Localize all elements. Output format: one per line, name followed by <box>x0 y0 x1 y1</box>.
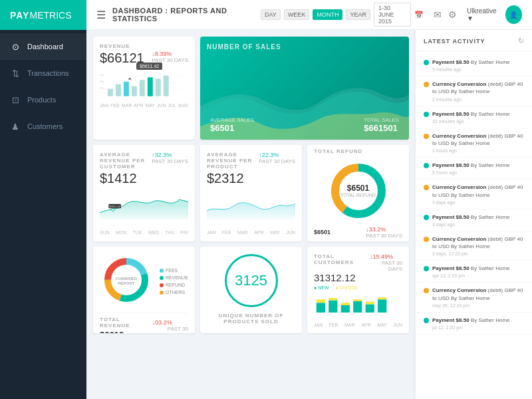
unique-products-card: 3125 UNIQUE NUMBER OF PRODUCTS SOLD <box>200 247 302 333</box>
revenue-label: REVENUE <box>100 43 188 49</box>
sidebar-logo: PAY METRICS <box>0 0 86 30</box>
header-left: ☰ DASHBOARD : REPORTS AND STATISTICS <box>96 7 261 23</box>
svg-rect-41 <box>366 302 374 305</box>
sidebar-label-customers: Customers <box>27 122 63 130</box>
refund-sublabel: TOTAL REFUND <box>340 193 376 198</box>
activity-title: LATEST ACTIVITY <box>424 38 485 45</box>
dashboard-grid: REVENUE $66121 ↓8.39% PAST 30 DAYS $6611… <box>86 30 416 399</box>
user-name[interactable]: Ulkreative ▼ <box>467 7 501 22</box>
legend-unique: ● UNIQUE <box>336 285 358 290</box>
avg-product-value: $2312 <box>207 171 295 186</box>
content-area: REVENUE $66121 ↓8.39% PAST 30 DAYS $6611… <box>86 30 532 399</box>
hamburger-button[interactable]: ☰ <box>96 9 106 21</box>
logo-metrics: METRICS <box>29 10 71 21</box>
avg-product-chart <box>207 186 295 226</box>
svg-text:50k: 50k <box>100 80 104 83</box>
sidebar-label-transactions: Transactions <box>27 69 69 77</box>
legend-revenue: REVENUE <box>160 275 188 280</box>
legend-new: ● NEW <box>314 285 329 290</box>
sales-card: NUMBER OF SALES AVERAGE SALES <box>200 37 409 140</box>
sidebar: PAY METRICS ⊙ Dashboard ⇅ Transactions ⊡… <box>0 0 86 399</box>
svg-rect-36 <box>341 305 350 313</box>
svg-point-18 <box>112 208 114 211</box>
sidebar-item-customers[interactable]: ♟ Customers <box>0 113 86 140</box>
svg-rect-37 <box>341 303 350 305</box>
combined-card: COMBINED REPORT FEES <box>93 247 195 333</box>
refund-card: TOTAL REFUND $6501 TOTAL REFUND <box>307 145 409 241</box>
refund-label: TOTAL REFUND <box>314 148 362 154</box>
total-customers-change: ↓15.49% <box>370 253 402 260</box>
revenue-x-labels: JANFEBMAR APRMAYJUN JULAUG <box>100 103 188 108</box>
legend-others: OTHERS <box>160 290 188 295</box>
header-icons: ✉ ⚙ <box>434 9 457 20</box>
svg-rect-6 <box>108 88 113 96</box>
total-customers-card: TOTAL CUSTOMERS ↓15.49% PAST 30 DAYS 313… <box>307 247 409 333</box>
sidebar-item-transactions[interactable]: ⇅ Transactions <box>0 60 86 86</box>
avg-product-label: AVERAGE REVENUE PER PRODUCT <box>207 152 255 170</box>
header-right: DAY WEEK MONTH YEAR 1-30 JUNE 2015 📅 ✉ ⚙… <box>261 3 522 27</box>
svg-text:$6611.42: $6611.42 <box>109 205 120 208</box>
combined-total-label: TOTAL REVENUE <box>100 317 152 329</box>
sales-label: NUMBER OF SALES <box>207 43 402 51</box>
avg-customer-change: ↑32.3% <box>152 152 188 158</box>
svg-rect-11 <box>148 77 153 96</box>
svg-rect-34 <box>329 301 337 313</box>
svg-rect-9 <box>132 86 137 96</box>
svg-marker-14 <box>128 78 132 80</box>
sidebar-item-dashboard[interactable]: ⊙ Dashboard <box>0 33 86 60</box>
svg-rect-42 <box>378 299 386 313</box>
message-icon[interactable]: ✉ <box>434 9 442 20</box>
activity-item: Payment $8.50 By Sather Home jul 12, 2:2… <box>416 313 532 334</box>
avg-sales-value: $6501 <box>210 123 254 133</box>
svg-rect-40 <box>366 305 374 313</box>
date-range: 1-30 JUNE 2015 <box>374 3 411 27</box>
main-area: ☰ DASHBOARD : REPORTS AND STATISTICS DAY… <box>86 0 532 399</box>
combined-change: ↓03.2% <box>152 319 188 326</box>
svg-rect-43 <box>378 297 386 299</box>
refresh-icon[interactable]: ↻ <box>518 37 524 45</box>
revenue-tooltip: $6611.42 <box>136 63 162 70</box>
calendar-icon[interactable]: 📅 <box>414 11 424 19</box>
svg-rect-13 <box>164 76 169 96</box>
total-sales-label: TOTAL SALES <box>364 117 399 123</box>
activity-item: Currency Conversion (debit) GBP 40 to US… <box>416 231 532 261</box>
svg-rect-33 <box>317 299 325 303</box>
date-btn-day[interactable]: DAY <box>261 9 281 20</box>
sidebar-item-products[interactable]: ⊡ Products <box>0 86 86 113</box>
activity-item: Currency Conversion (debit) GBP 40 to US… <box>416 180 532 209</box>
avg-customer-chart: $6611.42 <box>100 186 188 226</box>
date-nav: DAY WEEK MONTH YEAR 1-30 JUNE 2015 📅 <box>261 3 424 27</box>
date-btn-week[interactable]: WEEK <box>284 9 310 20</box>
transactions-icon: ⇅ <box>10 68 21 78</box>
settings-icon[interactable]: ⚙ <box>448 9 457 20</box>
svg-rect-35 <box>329 298 337 301</box>
products-icon: ⊡ <box>10 94 21 105</box>
page-title: DASHBOARD : REPORTS AND STATISTICS <box>112 7 261 23</box>
total-sales-value: $661501 <box>364 123 399 133</box>
activity-item: Currency Conversion (debit) GBP 40 to US… <box>416 283 532 312</box>
dashboard-icon: ⊙ <box>10 41 21 52</box>
logo-pay: PAY <box>10 10 29 21</box>
date-btn-month[interactable]: MONTH <box>313 9 342 20</box>
avg-product-card: AVERAGE REVENUE PER PRODUCT ↑22.3% PAST … <box>200 145 302 241</box>
svg-rect-7 <box>116 84 121 96</box>
svg-rect-12 <box>156 78 161 96</box>
revenue-chart: 75k 50k 25k <box>100 66 188 102</box>
refund-bottom-value: $6501 <box>314 229 331 235</box>
sidebar-nav: ⊙ Dashboard ⇅ Transactions ⊡ Products ♟ … <box>0 30 86 399</box>
avg-customer-card: AVERAGE REVENUE PER CUSTOMER ↑32.3% PAST… <box>93 145 195 241</box>
customers-chart <box>314 292 402 319</box>
activity-header: LATEST ACTIVITY ↻ <box>416 30 532 51</box>
legend-fees: FEES <box>160 268 188 273</box>
revenue-change: ↓8.39% <box>152 51 188 57</box>
header: ☰ DASHBOARD : REPORTS AND STATISTICS DAY… <box>86 0 532 30</box>
activity-panel: LATEST ACTIVITY ↻ Payment $8.50 By Sathe… <box>416 30 532 399</box>
user-info: Ulkreative ▼ 👤 <box>467 5 522 24</box>
date-btn-year[interactable]: YEAR <box>346 9 370 20</box>
total-customers-label: TOTAL CUSTOMERS <box>314 253 370 265</box>
svg-rect-39 <box>353 299 362 301</box>
activity-item: Payment $8.50 By Sather Home 5 hours ago <box>416 158 532 180</box>
avg-customer-value: $1412 <box>100 171 188 186</box>
svg-text:25k: 25k <box>100 86 104 90</box>
unique-value: 3125 <box>225 254 278 307</box>
